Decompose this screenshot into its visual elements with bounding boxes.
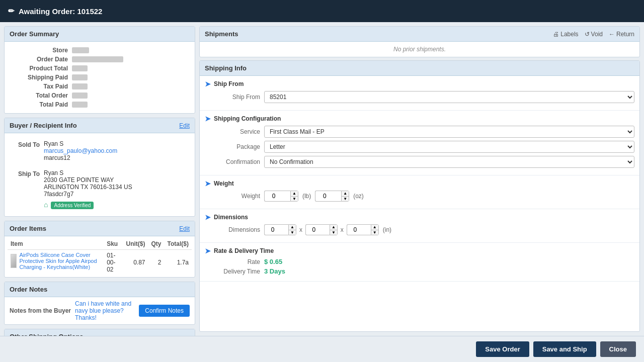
save-order-button[interactable]: Save Order bbox=[476, 341, 529, 357]
dim-y-separator: x bbox=[341, 226, 344, 233]
dim-y-wrap: ▲ ▼ bbox=[305, 224, 338, 235]
weight-oz-input[interactable] bbox=[315, 191, 341, 202]
print-icon: 🖨 bbox=[553, 31, 559, 38]
tax-paid-value: $ 0.40 bbox=[70, 82, 190, 91]
dim-x-down[interactable]: ▼ bbox=[289, 230, 296, 235]
order-notes-header: Order Notes bbox=[5, 282, 195, 297]
confirmation-select[interactable]: No Confirmation bbox=[264, 156, 634, 168]
ship-from-section: ➤ Ship From Ship From 85201 bbox=[200, 76, 639, 111]
total-paid-label: Total Paid bbox=[10, 100, 70, 109]
weight-lb-up[interactable]: ▲ bbox=[291, 191, 298, 197]
dim-y-input[interactable] bbox=[305, 224, 330, 235]
weight-oz-down[interactable]: ▼ bbox=[342, 197, 349, 202]
delivery-time-row: Delivery Time 3 Days bbox=[205, 267, 634, 275]
col-sku: Sku bbox=[104, 238, 123, 250]
table-row: Total Order $ 6.09 bbox=[10, 91, 190, 100]
service-select[interactable]: First Class Mail - EP bbox=[264, 126, 634, 138]
order-date-label: Order Date bbox=[10, 55, 70, 64]
dim-x-wrap: ▲ ▼ bbox=[264, 224, 296, 235]
shipments-panel: Shipments 🖨 Labels ↺ Void ← Return bbox=[199, 26, 640, 57]
sold-to-name: Ryan S bbox=[44, 140, 117, 147]
rate-delivery-section: ➤ Rate & Delivery Time Rate $ 0.65 Deliv… bbox=[200, 243, 639, 282]
no-shipments-text: No prior shipments. bbox=[200, 42, 639, 57]
table-row: Product Total $ 1.7a bbox=[10, 64, 190, 73]
shipments-title: Shipments bbox=[205, 30, 238, 38]
order-notes-panel: Order Notes Notes from the Buyer Can i h… bbox=[4, 282, 195, 325]
order-date-value: 2020-05-23 02:06:37 bbox=[70, 55, 190, 64]
address-verified-badge: Address Verified bbox=[51, 202, 94, 209]
labels-button[interactable]: 🖨 Labels bbox=[553, 31, 578, 38]
dim-y-down[interactable]: ▼ bbox=[330, 230, 337, 235]
dim-z-up[interactable]: ▲ bbox=[371, 225, 378, 230]
order-notes-title: Order Notes bbox=[10, 286, 47, 293]
col-item: Item bbox=[8, 238, 104, 250]
ship-to-addr2: ARLINGTON TX 76016-3134 US bbox=[44, 184, 132, 191]
package-label: Package bbox=[205, 143, 260, 150]
dimensions-section: ➤ Dimensions Dimensions ▲ ▼ x bbox=[200, 209, 639, 243]
total-order-value: $ 6.09 bbox=[70, 91, 190, 100]
service-row: Service First Class Mail - EP bbox=[205, 126, 634, 138]
package-select[interactable]: Letter bbox=[264, 141, 634, 153]
arrow-icon2: ➤ bbox=[205, 115, 211, 123]
close-button[interactable]: Close bbox=[600, 341, 636, 357]
weight-oz-up[interactable]: ▲ bbox=[342, 191, 349, 197]
product-total-value: $ 1.7a bbox=[70, 64, 190, 73]
order-items-header: Order Items Edit bbox=[5, 221, 195, 236]
ship-from-row: Ship From 85201 bbox=[205, 91, 634, 103]
weight-label: Weight bbox=[205, 193, 260, 200]
arrow-icon5: ➤ bbox=[205, 247, 211, 255]
item-total: 1.7a bbox=[165, 250, 192, 276]
ship-from-select[interactable]: 85201 bbox=[264, 91, 634, 103]
weight-lb-wrap: ▲ ▼ bbox=[264, 191, 298, 202]
sold-to-email: marcus_paulo@yahoo.com bbox=[44, 147, 117, 154]
sold-to-value: Ryan S marcus_paulo@yahoo.com marcus12 bbox=[44, 140, 117, 161]
confirm-notes-button[interactable]: Confirm Notes bbox=[139, 305, 190, 317]
weight-lb-input[interactable] bbox=[264, 191, 290, 202]
shipping-info-panel: Shipping Info ➤ Ship From Ship From 8520… bbox=[199, 60, 640, 332]
items-edit-button[interactable]: Edit bbox=[179, 225, 190, 232]
dimensions-title: ➤ Dimensions bbox=[205, 213, 634, 221]
dim-z-spinners: ▲ ▼ bbox=[371, 224, 379, 235]
save-and-ship-button[interactable]: Save and Ship bbox=[533, 341, 596, 357]
weight-lb-spinners: ▲ ▼ bbox=[290, 191, 298, 202]
notes-row: Notes from the Buyer Can i have white an… bbox=[5, 297, 195, 324]
order-summary-title: Order Summary bbox=[10, 30, 59, 38]
header: ✏ Awaiting Order: 101522 bbox=[0, 0, 644, 22]
rate-row: Rate $ 0.65 bbox=[205, 258, 634, 265]
dim-x-spinners: ▲ ▼ bbox=[288, 224, 296, 235]
item-name[interactable]: AirPods Silicone Case Cover Protective S… bbox=[20, 252, 101, 270]
arrow-icon4: ➤ bbox=[205, 213, 211, 221]
footer: Save Order Save and Ship Close bbox=[0, 336, 644, 362]
table-row: Order Date 2020-05-23 02:06:37 bbox=[10, 55, 190, 64]
return-button[interactable]: ← Return bbox=[609, 31, 634, 38]
table-row: Shipping Paid $ 0.00 bbox=[10, 73, 190, 82]
left-column: Order Summary Store sgibles Order Date 2… bbox=[4, 26, 195, 332]
weight-section: ➤ Weight Weight ▲ ▼ (lb) bbox=[200, 175, 639, 209]
ship-to-name: Ryan S bbox=[44, 169, 132, 176]
weight-oz-wrap: ▲ ▼ bbox=[315, 191, 349, 202]
weight-lb-down[interactable]: ▼ bbox=[291, 197, 298, 202]
item-qty: 2 bbox=[148, 250, 165, 276]
notes-text: Can i have white and navy blue please? T… bbox=[75, 300, 135, 321]
dim-z-input[interactable] bbox=[347, 224, 371, 235]
store-label: Store bbox=[10, 46, 70, 55]
ship-from-label: Ship From bbox=[205, 94, 260, 101]
shipments-header: Shipments 🖨 Labels ↺ Void ← Return bbox=[200, 27, 639, 42]
item-thumbnail bbox=[11, 254, 17, 268]
void-button[interactable]: ↺ Void bbox=[585, 31, 603, 38]
dim-y-up[interactable]: ▲ bbox=[330, 225, 337, 230]
dim-x-input[interactable] bbox=[264, 224, 288, 235]
oz-unit: (oz) bbox=[353, 193, 364, 200]
rate-value: $ 0.65 bbox=[264, 258, 282, 265]
buyer-edit-button[interactable]: Edit bbox=[179, 122, 190, 129]
sold-to-section: Sold To Ryan S marcus_paulo@yahoo.com ma… bbox=[5, 136, 195, 165]
dim-y-spinners: ▲ ▼ bbox=[330, 224, 338, 235]
in-unit: (in) bbox=[383, 226, 391, 233]
order-summary-body: Store sgibles Order Date 2020-05-23 02:0… bbox=[5, 42, 195, 113]
other-shipping-title: Other Shipping Options bbox=[10, 333, 84, 336]
order-items-title: Order Items bbox=[10, 225, 46, 232]
dim-x-up[interactable]: ▲ bbox=[289, 225, 296, 230]
dim-z-down[interactable]: ▼ bbox=[371, 230, 378, 235]
notes-from-buyer-label: Notes from the Buyer bbox=[10, 307, 71, 314]
confirmation-row: Confirmation No Confirmation bbox=[205, 156, 634, 168]
